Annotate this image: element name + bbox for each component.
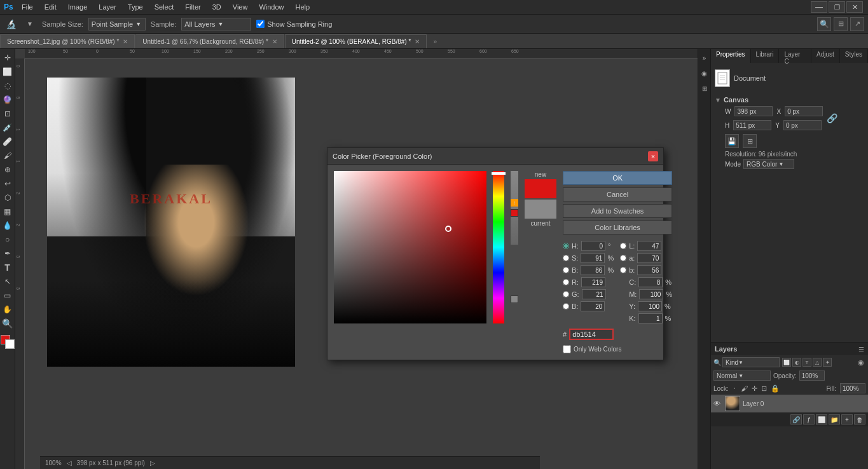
smart-filter-icon[interactable]: ✦ [823, 358, 832, 367]
menu-help[interactable]: Help [291, 2, 315, 12]
stamp-tool[interactable]: ⊕ [1, 163, 14, 176]
menu-filter[interactable]: Filter [180, 2, 205, 12]
blur-tool[interactable]: 💧 [1, 219, 14, 232]
tab-screenshot12[interactable]: Screenshot_12.jpg @ 100% (RGB/8#) * ✕ [0, 34, 135, 48]
saturation-input[interactable] [581, 253, 605, 263]
eyedropper-icon[interactable]: 🔬 [4, 17, 18, 31]
menu-edit[interactable]: Edit [39, 2, 62, 12]
menu-image[interactable]: Image [63, 2, 93, 12]
b-radio[interactable] [620, 267, 626, 273]
layer-kind-dropdown[interactable]: Kind ▼ [722, 357, 780, 367]
blend-mode-dropdown[interactable]: Normal ▼ [713, 370, 771, 381]
layer-effects-button[interactable]: ƒ [803, 414, 815, 425]
tab-close-screenshot12[interactable]: ✕ [123, 38, 128, 45]
type-tool[interactable]: T [1, 261, 14, 274]
panels-toggle[interactable]: » [698, 51, 711, 64]
filter-toggle[interactable]: ◉ [857, 358, 865, 367]
layer-mask-button[interactable]: ⬜ [816, 414, 827, 425]
list-item[interactable]: 👁 Layer 0 [711, 395, 868, 412]
width-input[interactable] [734, 106, 773, 116]
menu-layer[interactable]: Layer [93, 2, 121, 12]
lock-all-icon[interactable]: 🔒 [771, 384, 780, 393]
l-input[interactable] [637, 241, 661, 251]
hue-slider[interactable] [493, 171, 504, 323]
lasso-tool[interactable]: ◌ [1, 79, 14, 92]
out-of-gamut-warning[interactable]: ! [511, 199, 518, 207]
hand-tool[interactable]: ✋ [1, 303, 14, 316]
crop-tool[interactable]: ⊡ [1, 107, 14, 120]
foreground-background-colors[interactable] [1, 335, 15, 349]
menu-file[interactable]: File [17, 2, 38, 12]
eyedropper-tool-left[interactable]: 💉 [1, 121, 14, 134]
brush-tool[interactable]: 🖌 [1, 149, 14, 162]
tab-untitled1[interactable]: Untitled-1 @ 66,7% (Background, RGB/8#) … [135, 34, 284, 48]
status-arrow-left[interactable]: ◁ [67, 459, 72, 466]
tool-options-arrow[interactable]: ▼ [23, 17, 37, 31]
c-input[interactable] [638, 277, 663, 287]
nearest-gamut-color[interactable] [511, 209, 518, 217]
quick-select-tool[interactable]: 🔮 [1, 93, 14, 106]
menu-select[interactable]: Select [149, 2, 179, 12]
selection-tool[interactable]: ⬜ [1, 65, 14, 78]
cancel-button[interactable]: Cancel [563, 187, 672, 201]
only-web-colors-checkbox[interactable] [563, 345, 571, 353]
a-input[interactable] [637, 253, 661, 263]
type-filter-icon[interactable]: T [803, 358, 811, 367]
green-input[interactable] [582, 289, 606, 299]
tab-untitled2[interactable]: Untitled-2 @ 100% (BERAKAL, RGB/8#) * ✕ [285, 34, 427, 48]
lock-artboard-icon[interactable]: ⊡ [761, 384, 767, 393]
green-radio[interactable] [563, 291, 569, 297]
red-input[interactable] [581, 277, 605, 287]
eraser-tool[interactable]: ⬡ [1, 191, 14, 204]
layers-options-icon[interactable]: ☰ [858, 346, 864, 353]
k-input[interactable] [638, 313, 663, 323]
a-radio[interactable] [620, 255, 626, 261]
properties-tab[interactable]: Properties [711, 49, 751, 63]
tab-close-untitled1[interactable]: ✕ [272, 38, 277, 45]
pen-tool[interactable]: ✒ [1, 247, 14, 260]
minimize-button[interactable]: — [811, 1, 827, 13]
new-color-swatch[interactable] [525, 179, 556, 198]
move-tool[interactable]: ✛ [1, 51, 14, 64]
opacity-input[interactable] [799, 370, 825, 381]
y-input[interactable] [638, 301, 662, 311]
show-sampling-ring-checkbox[interactable] [256, 20, 265, 28]
ok-button[interactable]: OK [563, 171, 672, 185]
history-brush-tool[interactable]: ↩ [1, 177, 14, 190]
blue-input[interactable] [581, 301, 605, 311]
gradient-tool[interactable]: ▦ [1, 205, 14, 218]
search-icon[interactable]: 🔍 [817, 17, 831, 31]
b-input[interactable] [637, 265, 661, 275]
resize-canvas-icon[interactable]: ⊞ [743, 134, 757, 148]
brightness-radio[interactable] [563, 267, 569, 273]
adjustments-tab[interactable]: Adjust [811, 49, 840, 63]
pixel-filter-icon[interactable]: ⬜ [782, 358, 791, 367]
libraries-tab[interactable]: Librari [751, 49, 780, 63]
blue-radio[interactable] [563, 303, 569, 309]
menu-type[interactable]: Type [123, 2, 148, 12]
red-radio[interactable] [563, 279, 569, 285]
current-color-swatch[interactable] [525, 200, 556, 219]
fill-input[interactable] [840, 383, 865, 393]
layer-link-button[interactable]: 🔗 [790, 414, 802, 425]
tab-close-untitled2[interactable]: ✕ [415, 38, 420, 45]
l-radio[interactable] [620, 243, 626, 249]
menu-view[interactable]: View [228, 2, 253, 12]
tabs-collapse-arrow[interactable]: » [430, 34, 440, 48]
brightness-input[interactable] [581, 265, 605, 275]
color-spectrum[interactable] [334, 171, 486, 323]
color-wheel-icon[interactable]: ◉ [698, 67, 711, 79]
height-input[interactable] [733, 120, 771, 130]
menu-window[interactable]: Window [254, 2, 289, 12]
add-to-swatches-button[interactable]: Add to Swatches [563, 204, 672, 218]
mode-dropdown[interactable]: RGB Color ▼ [743, 159, 794, 169]
background-color-swatch[interactable] [5, 339, 15, 349]
layer-comps-tab[interactable]: Layer C [779, 49, 811, 63]
dodge-tool[interactable]: ○ [1, 233, 14, 246]
path-select-tool[interactable]: ↖ [1, 275, 14, 288]
hue-radio[interactable] [563, 243, 569, 249]
close-button[interactable]: ✕ [846, 1, 863, 13]
x-input[interactable] [785, 106, 823, 116]
zoom-tool[interactable]: 🔍 [1, 317, 14, 330]
dialog-close-button[interactable]: × [648, 151, 658, 161]
